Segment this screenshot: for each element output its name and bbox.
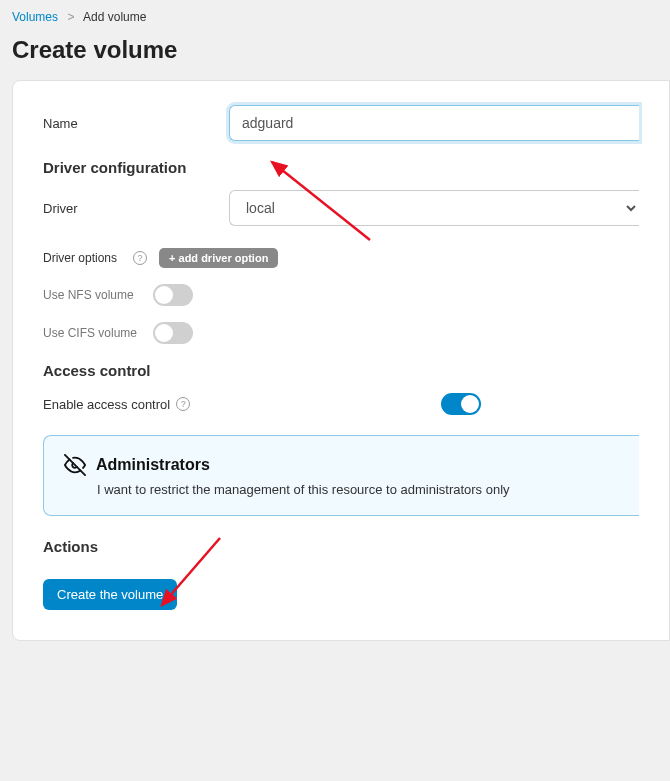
driver-row: Driver local xyxy=(43,190,639,226)
page-title: Create volume xyxy=(0,28,670,80)
cifs-label: Use CIFS volume xyxy=(43,326,153,340)
cifs-toggle[interactable] xyxy=(153,322,193,344)
access-toggle-row: Enable access control ? xyxy=(43,393,639,415)
create-volume-button[interactable]: Create the volume xyxy=(43,579,177,610)
breadcrumb-current: Add volume xyxy=(83,10,146,24)
driver-options-label: Driver options xyxy=(43,251,117,265)
driver-config-heading: Driver configuration xyxy=(43,159,639,176)
admin-box[interactable]: Administrators I want to restrict the ma… xyxy=(43,435,639,516)
access-enable-label: Enable access control ? xyxy=(43,397,441,412)
nfs-label: Use NFS volume xyxy=(43,288,153,302)
breadcrumb-separator: > xyxy=(67,10,74,24)
cifs-toggle-row: Use CIFS volume xyxy=(43,322,639,344)
admin-header: Administrators xyxy=(64,454,619,476)
eye-slash-icon xyxy=(64,454,86,476)
help-icon[interactable]: ? xyxy=(133,251,147,265)
add-driver-option-button[interactable]: + add driver option xyxy=(159,248,278,268)
breadcrumb-volumes-link[interactable]: Volumes xyxy=(12,10,58,24)
breadcrumb: Volumes > Add volume xyxy=(0,0,670,28)
driver-label: Driver xyxy=(43,201,229,216)
name-row: Name xyxy=(43,105,639,141)
form-card: Name Driver configuration Driver local D… xyxy=(12,80,670,641)
help-icon[interactable]: ? xyxy=(176,397,190,411)
actions-heading: Actions xyxy=(43,538,639,555)
plus-icon: + xyxy=(169,252,178,264)
name-input[interactable] xyxy=(229,105,639,141)
name-label: Name xyxy=(43,116,229,131)
admin-title: Administrators xyxy=(96,456,210,474)
nfs-toggle[interactable] xyxy=(153,284,193,306)
nfs-toggle-row: Use NFS volume xyxy=(43,284,639,306)
driver-select[interactable]: local xyxy=(229,190,639,226)
access-toggle[interactable] xyxy=(441,393,481,415)
admin-desc: I want to restrict the management of thi… xyxy=(97,482,619,497)
access-heading: Access control xyxy=(43,362,639,379)
driver-options-row: Driver options ? + add driver option xyxy=(43,248,639,268)
